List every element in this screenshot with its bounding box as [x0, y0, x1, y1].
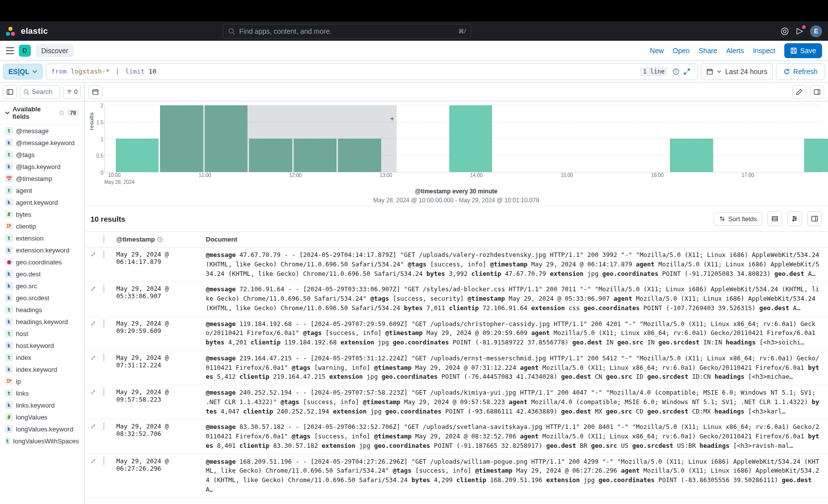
field-item[interactable]: tagent — [0, 184, 84, 196]
chart-bar[interactable] — [205, 105, 248, 172]
sort-fields-button[interactable]: Sort fields — [714, 212, 762, 226]
field-item[interactable]: t@tags — [0, 149, 84, 161]
field-item[interactable]: klinks.keyword — [0, 399, 84, 411]
chart-bar[interactable] — [294, 139, 337, 172]
row-checkbox[interactable] — [103, 422, 104, 430]
row-checkbox[interactable] — [103, 457, 104, 465]
chart-bar[interactable] — [160, 105, 203, 172]
field-item[interactable]: IPclientip — [0, 220, 84, 232]
share-button[interactable]: Share — [699, 47, 717, 55]
field-item[interactable]: k@tags.keyword — [0, 161, 84, 172]
edit-visualization-button[interactable] — [792, 85, 806, 99]
field-item[interactable]: 📅@timestamp — [0, 172, 84, 184]
row-checkbox[interactable] — [103, 250, 104, 258]
newsfeed-icon[interactable] — [795, 27, 804, 36]
column-header-document[interactable]: Document — [206, 236, 822, 243]
expand-row-button[interactable]: ⤢ — [90, 320, 96, 327]
window-titlebar — [0, 0, 828, 21]
expand-row-button[interactable]: ⤢ — [90, 251, 96, 258]
new-button[interactable]: New — [650, 47, 664, 55]
doc-field-value: May 29, 2024 @ 07:31:12.224 — [412, 364, 520, 371]
row-document: @message 168.209.51.196 - - [2024-05-29T… — [206, 457, 822, 495]
field-item[interactable]: tlongValuesWithSpaces — [0, 435, 84, 447]
doc-field-value: POINT (-76.44457083 41.7434028) — [438, 373, 561, 380]
field-item[interactable]: theadings — [0, 304, 84, 316]
global-header: elastic Find apps, content, and more. ⌘/… — [0, 21, 828, 41]
expand-row-button[interactable]: ⤢ — [90, 388, 96, 396]
user-avatar[interactable]: E — [810, 25, 822, 37]
expand-row-button[interactable]: ⤢ — [90, 422, 96, 430]
doc-field-value: BR — [576, 442, 591, 449]
row-checkbox[interactable] — [103, 353, 104, 362]
field-item[interactable]: kextension.keyword — [0, 244, 84, 256]
display-options-button[interactable] — [787, 211, 802, 226]
chart-bar[interactable] — [249, 139, 292, 172]
expand-row-button[interactable]: ⤢ — [90, 354, 96, 361]
histogram-chart[interactable]: results 00.511.52 ＋ 10:0011:0012:0013:00… — [84, 101, 828, 206]
query-input[interactable]: from logstash-* | limit 10 1 line — [46, 63, 698, 80]
density-button[interactable] — [767, 211, 782, 226]
chart-bar[interactable] — [804, 139, 828, 172]
chart-bar[interactable] — [449, 105, 493, 172]
info-icon[interactable] — [59, 110, 64, 116]
chart-options-button[interactable] — [810, 85, 824, 99]
breadcrumb[interactable]: Discover — [36, 44, 74, 57]
query-info-icon[interactable] — [670, 66, 681, 77]
field-item[interactable]: #bytes — [0, 208, 84, 220]
expand-row-button[interactable]: ⤢ — [90, 285, 96, 292]
row-checkbox[interactable] — [103, 284, 104, 293]
global-search-input[interactable]: Find apps, content, and more. ⌘/ — [223, 24, 471, 39]
field-item[interactable]: kagent.keyword — [0, 196, 84, 208]
date-histogram-toggle[interactable] — [88, 85, 102, 99]
field-item[interactable]: klongValues.keyword — [0, 423, 84, 435]
query-expand-icon[interactable] — [681, 66, 692, 77]
query-language-button[interactable]: ES|QL — [3, 64, 43, 80]
chart-bar[interactable] — [338, 139, 381, 172]
doc-field-value: [<h3>ravish-mal… — [730, 442, 793, 449]
field-item[interactable]: tlinks — [0, 387, 84, 399]
chart-bar[interactable] — [670, 139, 713, 172]
doc-field-value: css — [565, 304, 584, 312]
sidebar-collapse-button[interactable] — [3, 85, 17, 99]
doc-field-value: 4,299 — [430, 476, 457, 484]
doc-field-key: geo.srcdest — [632, 442, 673, 449]
available-fields-header[interactable]: Available fields 79 — [0, 101, 84, 125]
select-all-checkbox[interactable] — [103, 235, 104, 244]
field-item[interactable]: kgeo.srcdest — [0, 292, 84, 304]
chart-bar[interactable] — [116, 139, 159, 172]
field-item[interactable]: ⬢geo.coordinates — [0, 256, 84, 268]
save-button[interactable]: Save — [784, 43, 822, 58]
expand-row-button[interactable]: ⤢ — [90, 457, 96, 465]
fullscreen-button[interactable] — [807, 211, 822, 226]
svg-line-1 — [233, 32, 235, 34]
field-item[interactable]: t@message — [0, 125, 84, 137]
fields-search-input[interactable]: Search — [20, 85, 60, 99]
refresh-label: Refresh — [793, 68, 818, 76]
refresh-button[interactable]: Refresh — [776, 63, 825, 80]
field-item[interactable]: kindex.keyword — [0, 363, 84, 375]
datepicker-button[interactable]: Last 24 hours — [701, 63, 773, 80]
chart-time-range: May 28, 2024 @ 10:00:00.000 - May 29, 20… — [90, 197, 822, 204]
query-keyword: limit — [125, 68, 145, 75]
field-item[interactable]: kgeo.src — [0, 280, 84, 292]
field-item[interactable]: tindex — [0, 351, 84, 363]
field-item[interactable]: #longValues — [0, 411, 84, 423]
row-checkbox[interactable] — [103, 319, 104, 328]
nav-toggle-icon[interactable] — [6, 47, 14, 54]
field-item[interactable]: thost — [0, 328, 84, 339]
field-item[interactable]: IPip — [0, 375, 84, 387]
field-item[interactable]: k@message.keyword — [0, 137, 84, 149]
inspect-button[interactable]: Inspect — [753, 47, 775, 55]
column-header-timestamp[interactable]: @timestamp — [116, 236, 206, 243]
fields-filter-button[interactable]: 0 — [63, 85, 81, 99]
alerts-button[interactable]: Alerts — [726, 47, 744, 55]
field-type-icon: k — [5, 294, 13, 302]
field-item[interactable]: textension — [0, 232, 84, 244]
field-item[interactable]: kgeo.dest — [0, 268, 84, 280]
field-item[interactable]: kheadings.keyword — [0, 316, 84, 328]
open-button[interactable]: Open — [673, 47, 690, 55]
field-item[interactable]: khost.keyword — [0, 339, 84, 351]
integrations-icon[interactable] — [780, 27, 789, 36]
doc-field-value: Mozilla/5.0 (X11; Linux x86_64; rv:6.0a1… — [550, 329, 815, 336]
row-checkbox[interactable] — [103, 388, 104, 396]
